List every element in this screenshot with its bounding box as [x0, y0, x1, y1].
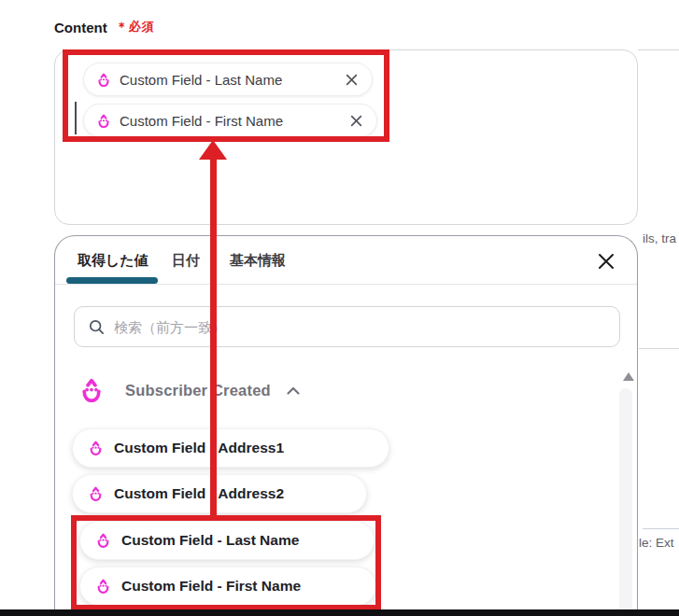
merge-tag-popup: 取得した値 日付 基本情報 Subscriber Created [54, 235, 638, 616]
divider [643, 528, 679, 529]
group-label: Subscriber Created [125, 382, 271, 399]
field-egg-face-icon [95, 578, 111, 595]
list-item-label: Custom Field - First Name [121, 578, 301, 595]
field-egg-face-icon [95, 532, 111, 549]
field-egg-face-icon [88, 440, 104, 456]
popup-tabbar: 取得した値 日付 基本情報 [55, 236, 637, 285]
active-tab-underline [66, 277, 158, 284]
content-field-label: Content [54, 20, 107, 35]
field-egg-face-icon [96, 72, 111, 88]
close-icon[interactable] [595, 250, 617, 273]
scroll-up-arrow-icon[interactable] [623, 372, 634, 381]
list-item-label: Custom Field - Address1 [114, 440, 284, 456]
screenshot-canvas: Content ＊必須 Custom Field - Last Name Cus… [0, 0, 679, 616]
field-egg-face-icon [96, 113, 111, 129]
group-header-subscriber-created[interactable]: Subscriber Created [79, 376, 300, 404]
bottom-edge-bar [0, 609, 679, 616]
search-icon [88, 318, 106, 336]
annotation-arrow-head [199, 140, 227, 160]
divider [638, 49, 679, 50]
chip-label: Custom Field - Last Name [120, 72, 336, 88]
text-cursor [75, 102, 77, 134]
divider [639, 348, 679, 349]
chip-label: Custom Field - First Name [120, 113, 341, 129]
merge-tag-chip-first-name[interactable]: Custom Field - First Name [83, 104, 377, 137]
field-egg-face-icon [88, 485, 104, 502]
list-item-last-name[interactable]: Custom Field - Last Name [79, 521, 375, 560]
tab-basic-info[interactable]: 基本情報 [230, 252, 286, 270]
list-item-address1[interactable]: Custom Field - Address1 [72, 428, 389, 468]
content-editor[interactable]: Custom Field - Last Name Custom Field - … [54, 49, 638, 225]
annotation-arrow-line [210, 159, 217, 515]
list-item-address2[interactable]: Custom Field - Address2 [72, 474, 367, 513]
search-input-wrapper[interactable] [74, 306, 620, 347]
tab-date[interactable]: 日付 [172, 252, 200, 270]
chevron-up-icon[interactable] [287, 386, 300, 395]
list-item-first-name[interactable]: Custom Field - First Name [79, 567, 376, 606]
tab-acquired-values[interactable]: 取得した値 [78, 252, 149, 270]
search-input[interactable] [114, 319, 606, 335]
list-item-label: Custom Field - Address2 [114, 485, 284, 502]
merge-tag-chip-last-name[interactable]: Custom Field - Last Name [83, 63, 373, 96]
chip-remove-icon[interactable] [349, 114, 363, 128]
subscriber-egg-face-icon [79, 376, 104, 404]
background-partial-text: le: Ext [639, 536, 674, 550]
chip-remove-icon[interactable] [345, 73, 359, 87]
background-partial-text: ils, tra [643, 231, 676, 245]
scrollbar-track[interactable] [619, 388, 632, 616]
required-badge: ＊必須 [116, 19, 155, 35]
list-item-label: Custom Field - Last Name [121, 532, 299, 549]
content-field-header: Content ＊必須 [54, 19, 155, 35]
